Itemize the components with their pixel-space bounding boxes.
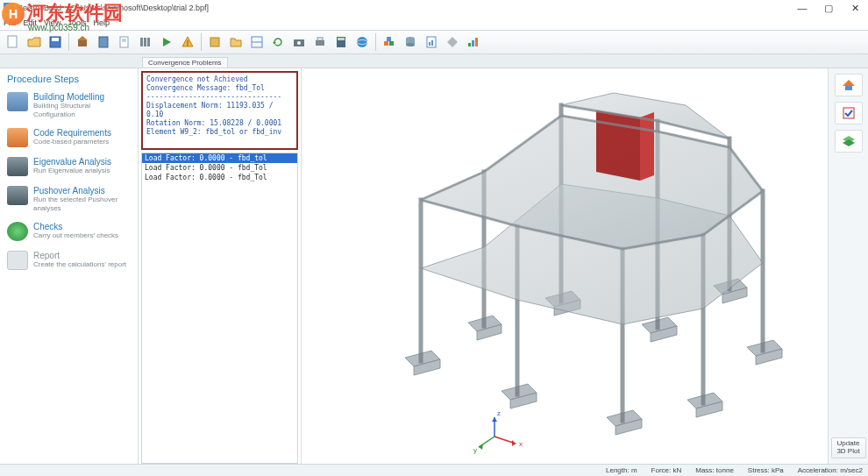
menu-bar: File Edit View Tools Help bbox=[0, 16, 868, 30]
structure-model: x y z bbox=[302, 68, 828, 463]
view-check-icon[interactable] bbox=[835, 102, 863, 124]
camera-icon[interactable] bbox=[289, 32, 309, 52]
svg-rect-21 bbox=[316, 40, 324, 46]
svg-marker-71 bbox=[640, 112, 654, 181]
tab-convergence[interactable]: Convergence Problems bbox=[142, 57, 228, 67]
status-bar: Length: m Force: kN Mass: tonne Stress: … bbox=[0, 464, 868, 476]
app-title: SeismoBuild [C:\Users\seismosoft\Desktop… bbox=[18, 4, 209, 12]
svg-rect-28 bbox=[389, 41, 394, 46]
svg-rect-10 bbox=[144, 38, 146, 46]
svg-text:z: z bbox=[497, 409, 501, 417]
svg-point-32 bbox=[406, 43, 415, 46]
printer-icon[interactable] bbox=[310, 32, 330, 52]
update-3d-plot-button[interactable]: Update 3D Plot bbox=[831, 437, 866, 458]
svg-rect-39 bbox=[475, 38, 478, 46]
svg-point-20 bbox=[297, 41, 301, 45]
3d-viewport[interactable]: x y z bbox=[302, 68, 828, 464]
tab-bar: Convergence Problems bbox=[0, 54, 868, 68]
list-item[interactable]: Load Factor: 0.0000 - fbd_tol bbox=[142, 153, 297, 163]
svg-rect-27 bbox=[384, 41, 388, 46]
step-report[interactable]: ReportCreate the calculations' report bbox=[5, 248, 132, 277]
load-factor-list[interactable]: Load Factor: 0.0000 - fbd_tol Load Facto… bbox=[141, 153, 298, 464]
svg-rect-6 bbox=[120, 37, 128, 47]
menu-view[interactable]: View bbox=[44, 18, 60, 27]
app-icon bbox=[4, 3, 14, 13]
convergence-column: Convergence not Achieved Convergence Mes… bbox=[139, 68, 302, 464]
status-force: Force: kN bbox=[651, 466, 682, 474]
menu-edit[interactable]: Edit bbox=[24, 18, 38, 27]
svg-marker-86 bbox=[479, 444, 483, 450]
save-icon[interactable] bbox=[46, 32, 65, 52]
menu-file[interactable]: File bbox=[4, 18, 17, 27]
refresh-icon[interactable] bbox=[268, 32, 288, 52]
panel-title: Procedure Steps bbox=[5, 72, 132, 89]
view-home-icon[interactable] bbox=[835, 74, 863, 96]
svg-marker-18 bbox=[273, 42, 276, 45]
convergence-log: Convergence not Achieved Convergence Mes… bbox=[141, 71, 298, 150]
svg-text:!: ! bbox=[187, 39, 189, 47]
globe-icon[interactable] bbox=[352, 32, 372, 52]
axes-gizmo: x y z bbox=[473, 409, 523, 454]
step-building-modelling[interactable]: Building ModellingBuilding Structural Co… bbox=[5, 89, 132, 125]
calc-icon[interactable] bbox=[331, 32, 351, 52]
svg-rect-11 bbox=[147, 38, 150, 46]
svg-text:x: x bbox=[519, 440, 523, 448]
struct-icon[interactable] bbox=[247, 32, 267, 52]
svg-rect-24 bbox=[338, 38, 345, 40]
step-eigenvalue[interactable]: Eigenvalue AnalysisRun Eigenvalue analys… bbox=[5, 154, 132, 183]
svg-marker-88 bbox=[492, 417, 497, 422]
svg-marker-4 bbox=[77, 36, 88, 40]
report-icon[interactable] bbox=[422, 32, 441, 52]
menu-tools[interactable]: Tools bbox=[68, 18, 86, 27]
diamond-icon[interactable] bbox=[443, 32, 462, 52]
step-code-requirements[interactable]: Code RequirementsCode-based parameters bbox=[5, 125, 132, 154]
list-item[interactable]: Load Factor: 0.0000 - fbd_Tol bbox=[142, 163, 297, 173]
svg-rect-94 bbox=[843, 108, 854, 118]
building-icon[interactable] bbox=[94, 32, 113, 52]
svg-rect-5 bbox=[99, 37, 108, 47]
svg-marker-36 bbox=[447, 37, 458, 47]
svg-marker-70 bbox=[596, 110, 640, 181]
open-file-icon[interactable] bbox=[25, 32, 44, 52]
svg-rect-38 bbox=[472, 40, 474, 46]
status-mass: Mass: tonne bbox=[695, 466, 734, 474]
main-toolbar: ! bbox=[0, 30, 868, 54]
maximize-button[interactable]: ▢ bbox=[815, 0, 842, 16]
svg-rect-2 bbox=[52, 38, 59, 41]
status-accel: Acceleration: m/sec2 bbox=[798, 466, 863, 474]
svg-rect-34 bbox=[429, 42, 430, 46]
svg-marker-84 bbox=[512, 440, 516, 446]
svg-rect-22 bbox=[317, 38, 323, 40]
run-icon[interactable] bbox=[157, 32, 176, 52]
folder-icon[interactable] bbox=[226, 32, 245, 52]
menu-help[interactable]: Help bbox=[93, 18, 110, 27]
svg-marker-12 bbox=[163, 38, 171, 46]
status-length: Length: m bbox=[606, 466, 637, 474]
view-toolbar: Update 3D Plot bbox=[828, 68, 868, 464]
svg-rect-0 bbox=[8, 36, 17, 47]
warning-icon[interactable]: ! bbox=[178, 32, 197, 52]
minimize-button[interactable]: — bbox=[789, 0, 815, 16]
step-pushover[interactable]: Pushover AnalysisRun the selected Pushov… bbox=[5, 183, 132, 219]
svg-marker-96 bbox=[843, 139, 855, 146]
procedure-steps-panel: Procedure Steps Building ModellingBuildi… bbox=[0, 68, 139, 464]
close-button[interactable]: ✕ bbox=[842, 0, 868, 16]
wizard-icon[interactable] bbox=[73, 32, 92, 52]
list-item[interactable]: Load Factor: 0.0000 - fbd_Tol bbox=[142, 173, 297, 182]
svg-rect-9 bbox=[140, 38, 143, 46]
view-layers-icon[interactable] bbox=[835, 130, 863, 153]
step-checks[interactable]: ChecksCarry out members' checks bbox=[5, 219, 132, 248]
new-file-icon[interactable] bbox=[4, 32, 23, 52]
svg-rect-15 bbox=[210, 38, 219, 46]
svg-text:y: y bbox=[473, 446, 477, 454]
title-bar: SeismoBuild [C:\Users\seismosoft\Desktop… bbox=[0, 0, 868, 16]
svg-rect-93 bbox=[845, 86, 852, 90]
svg-marker-92 bbox=[843, 80, 855, 86]
cubes-icon[interactable] bbox=[380, 32, 399, 52]
db-icon[interactable] bbox=[401, 32, 420, 52]
page-icon[interactable] bbox=[115, 32, 134, 52]
columns-icon[interactable] bbox=[136, 32, 155, 52]
svg-rect-3 bbox=[78, 40, 87, 46]
chart-icon[interactable] bbox=[464, 32, 483, 52]
book-icon[interactable] bbox=[205, 32, 224, 52]
